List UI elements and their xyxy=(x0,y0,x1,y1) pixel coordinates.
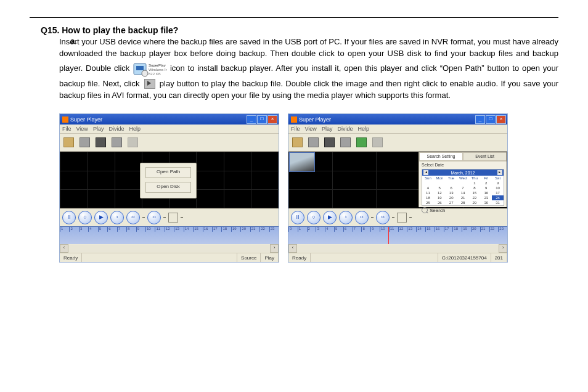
titlebar: Super Player _ □ × xyxy=(60,114,279,125)
scroll-left-button[interactable]: ‹ xyxy=(60,244,68,253)
menu-file[interactable]: File xyxy=(62,126,71,132)
player-window-right: Super Player _ □ × File View Play Divide… xyxy=(288,113,508,263)
video-grid: Open Path Open Disk xyxy=(60,152,279,208)
scroll-right-button[interactable]: › xyxy=(270,244,279,253)
svg-rect-1 xyxy=(136,66,144,70)
installer-label-2: Windows Ins xyxy=(149,68,167,71)
toolbar-screen-icon[interactable] xyxy=(324,137,335,147)
separator xyxy=(392,217,394,218)
menu-help[interactable]: Help xyxy=(357,126,369,132)
video-thumbnail[interactable] xyxy=(289,152,315,172)
rewind-button[interactable]: ‹‹ xyxy=(126,211,140,224)
menu-view[interactable]: View xyxy=(305,126,317,132)
menubar: File View Play Divide Help xyxy=(288,125,507,134)
playback-controls: II ○ ▶ › ‹‹ ›› xyxy=(60,208,279,226)
calendar-body[interactable]: SunMonTueWedThuFriSat 123 45678910 11121… xyxy=(422,176,504,205)
svg-point-2 xyxy=(142,70,148,76)
layout-button[interactable] xyxy=(397,213,407,223)
player-window-left: Super Player _ □ × File View Play Divide… xyxy=(59,113,279,263)
timeline-ticks: 01234567891011121314151617181920212223 xyxy=(288,227,507,232)
cal-next-button[interactable]: ▸ xyxy=(497,170,502,175)
status-source: G:\20120324155704 xyxy=(438,253,491,262)
installer-label-1: SuperPlay xyxy=(149,63,166,67)
toolbar-screen-icon[interactable] xyxy=(96,137,106,147)
timeline-ticks: 1234567891011121314151617181920212223 xyxy=(60,227,279,232)
play-button[interactable]: ▶ xyxy=(323,211,337,224)
menu-file[interactable]: File xyxy=(291,126,300,132)
ffwd-button[interactable]: ›› xyxy=(147,211,161,224)
menubar: File View Play Divide Help xyxy=(60,125,279,134)
menu-play[interactable]: Play xyxy=(93,126,104,132)
menu-view[interactable]: View xyxy=(76,126,88,132)
separator xyxy=(142,217,145,218)
open-path-button[interactable]: Open Path xyxy=(145,167,191,178)
toolbar xyxy=(288,134,507,152)
menu-divide[interactable]: Divide xyxy=(337,126,353,132)
layout-button[interactable] xyxy=(168,213,178,223)
status-source: Source xyxy=(237,253,261,262)
video-grid: Search Setting Event List Select Date ◂ … xyxy=(288,152,507,208)
toolbar-refresh-icon[interactable] xyxy=(356,137,367,147)
calendar: ◂ March, 2012 ▸ SunMonTueWedThuFriSat 12… xyxy=(422,169,504,206)
toolbar-disk-icon[interactable] xyxy=(80,137,90,147)
statusbar: Ready Source Play xyxy=(60,253,279,262)
answer-body: Insert your USB device where the backup … xyxy=(59,36,558,101)
minimize-button[interactable]: _ xyxy=(475,115,485,124)
step-button[interactable]: › xyxy=(110,211,124,224)
toolbar-camera-icon[interactable] xyxy=(340,137,351,147)
close-button[interactable]: × xyxy=(267,115,277,124)
ffwd-button[interactable]: ›› xyxy=(376,211,390,224)
separator xyxy=(163,217,166,218)
scroll-right-button[interactable]: › xyxy=(499,244,507,253)
menu-play[interactable]: Play xyxy=(322,126,333,132)
search-icon xyxy=(422,207,428,213)
status-ready: Ready xyxy=(288,253,311,262)
window-title: Super Player xyxy=(299,116,331,123)
pause-button[interactable]: II xyxy=(62,211,76,224)
play-button-icon xyxy=(144,79,155,89)
open-disk-button[interactable]: Open Disk xyxy=(145,182,191,193)
horizontal-scrollbar[interactable]: ‹ › xyxy=(288,244,507,253)
installer-label-3: 822 KB xyxy=(149,72,161,76)
maximize-button[interactable]: □ xyxy=(257,115,267,124)
status-play: Play xyxy=(261,253,279,262)
titlebar: Super Player _ □ × xyxy=(288,114,507,125)
statusbar: Ready G:\20120324155704 201 xyxy=(288,253,507,262)
separator xyxy=(181,217,183,218)
rewind-button[interactable]: ‹‹ xyxy=(355,211,369,224)
step-button[interactable]: › xyxy=(339,211,353,224)
maximize-button[interactable]: □ xyxy=(486,115,496,124)
timeline-cursor[interactable] xyxy=(388,227,389,244)
timeline[interactable]: 01234567891011121314151617181920212223 xyxy=(288,226,507,244)
tab-search-setting[interactable]: Search Setting xyxy=(419,152,463,161)
toolbar-disk-icon[interactable] xyxy=(308,137,319,147)
cal-month-label: March, 2012 xyxy=(451,171,475,175)
pause-button[interactable]: II xyxy=(291,211,304,224)
toolbar xyxy=(60,134,279,152)
status-ready: Ready xyxy=(60,253,82,262)
minimize-button[interactable]: _ xyxy=(247,115,256,124)
close-button[interactable]: × xyxy=(496,115,506,124)
stop-button[interactable]: ○ xyxy=(78,211,92,224)
timeline[interactable]: 1234567891011121314151617181920212223 xyxy=(60,226,279,244)
toolbar-camera-icon[interactable] xyxy=(112,137,122,147)
toolbar-folder-icon[interactable] xyxy=(292,137,303,147)
menu-divide[interactable]: Divide xyxy=(108,126,124,132)
menu-help[interactable]: Help xyxy=(129,126,141,132)
app-icon xyxy=(291,116,297,123)
tab-event-list[interactable]: Event List xyxy=(463,152,507,161)
cal-prev-button[interactable]: ◂ xyxy=(423,170,428,175)
app-icon xyxy=(62,116,68,123)
stop-button[interactable]: ○ xyxy=(307,211,321,224)
toolbar-folder-icon[interactable] xyxy=(63,137,74,147)
search-sidebar: Search Setting Event List Select Date ◂ … xyxy=(419,152,507,207)
search-button[interactable]: Search xyxy=(430,208,445,213)
scroll-left-button[interactable]: ‹ xyxy=(288,244,297,253)
select-date-label: Select Date xyxy=(419,161,507,168)
play-button[interactable]: ▶ xyxy=(94,211,108,224)
horizontal-scrollbar[interactable]: ‹ › xyxy=(60,244,279,253)
toolbar-extra-icon[interactable] xyxy=(372,137,383,147)
question-title: Q15. How to play the backup file? xyxy=(41,25,558,35)
toolbar-extra-icon[interactable] xyxy=(128,137,138,147)
separator xyxy=(371,217,374,218)
